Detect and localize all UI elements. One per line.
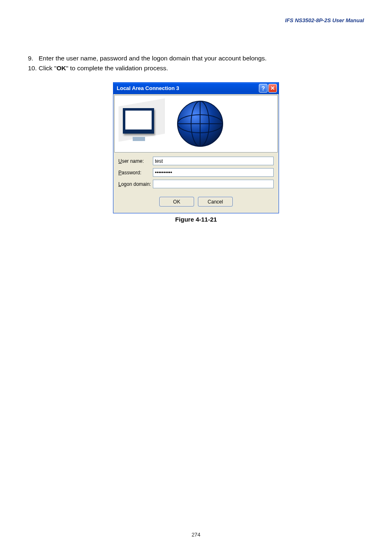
logon-domain-label-accel: L: [118, 181, 121, 187]
figure-caption: Figure 4-11-21: [28, 216, 364, 223]
logon-domain-input[interactable]: [153, 180, 274, 188]
dialog-button-row: OK Cancel: [114, 191, 278, 212]
help-icon[interactable]: ?: [259, 84, 267, 92]
step-text-part: Click ": [39, 65, 56, 72]
dialog-banner: [114, 95, 278, 153]
close-icon[interactable]: ✕: [268, 84, 277, 92]
page-content: 9. Enter the user name, password and the…: [28, 53, 364, 223]
instruction-list: 9. Enter the user name, password and the…: [28, 53, 364, 73]
step-text: Click "OK" to complete the validation pr…: [39, 63, 364, 73]
step-text-bold: OK: [56, 65, 66, 72]
dialog-body: User name: Password: Logon domain: OK Ca…: [113, 94, 279, 213]
logon-domain-label: Logon domain:: [118, 181, 153, 187]
password-label: Password:: [118, 170, 153, 176]
monitor-icon: [119, 99, 164, 148]
globe-icon: [175, 99, 225, 148]
cancel-button[interactable]: Cancel: [198, 197, 233, 206]
page-number: 274: [0, 532, 392, 538]
username-label-rest: ser name:: [122, 158, 144, 164]
password-input[interactable]: [153, 168, 274, 177]
password-row: Password:: [118, 168, 274, 177]
step-text-part: Enter the user name, password and the lo…: [39, 55, 267, 62]
dialog-figure-wrapper: Local Area Connection 3 ? ✕: [28, 82, 364, 213]
ok-button[interactable]: OK: [159, 197, 194, 206]
dialog-title: Local Area Connection 3: [117, 85, 179, 91]
step-number: 9.: [28, 53, 39, 63]
username-label-accel: U: [118, 158, 122, 164]
step-text: Enter the user name, password and the lo…: [39, 53, 364, 63]
login-dialog: Local Area Connection 3 ? ✕: [113, 82, 279, 213]
page-header: IFS NS3502-8P-2S User Manual: [285, 17, 364, 23]
password-label-rest: assword:: [122, 170, 141, 176]
username-label: User name:: [118, 158, 153, 164]
username-input[interactable]: [153, 157, 274, 165]
step-number: 10.: [28, 63, 39, 73]
instruction-step-10: 10. Click "OK" to complete the validatio…: [28, 63, 364, 73]
logon-domain-row: Logon domain:: [118, 180, 274, 188]
logon-domain-label-rest: ogon domain:: [121, 181, 151, 187]
instruction-step-9: 9. Enter the user name, password and the…: [28, 53, 364, 63]
dialog-titlebar: Local Area Connection 3 ? ✕: [113, 83, 279, 94]
username-row: User name:: [118, 157, 274, 165]
step-text-part: " to complete the validation process.: [66, 65, 168, 72]
password-label-accel: P: [118, 170, 122, 176]
